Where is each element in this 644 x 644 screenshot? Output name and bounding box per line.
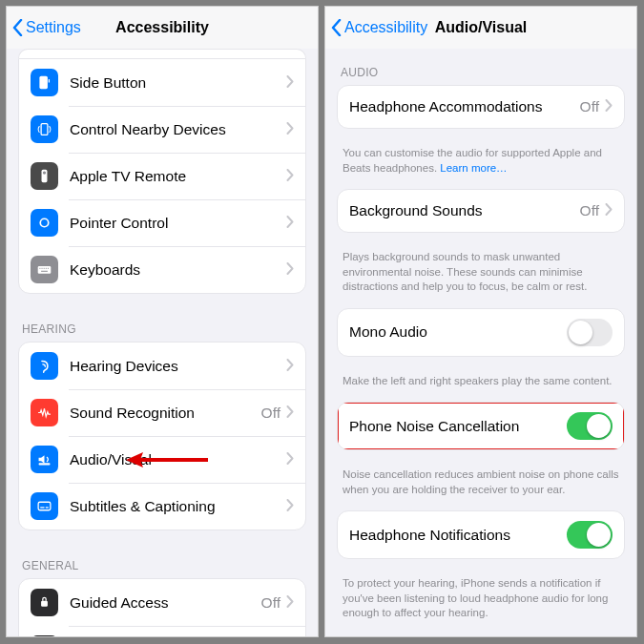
svg-rect-0 <box>39 76 48 90</box>
headphone-notifications-note: To protect your hearing, iPhone sends a … <box>325 571 636 634</box>
headphone-accom-note: You can customise the audio for supporte… <box>325 140 636 189</box>
chevron-left-icon <box>12 19 23 36</box>
row-value: Off <box>261 405 280 422</box>
svg-point-4 <box>43 171 46 174</box>
audio-header: AUDIO <box>325 49 636 85</box>
headphone-accommodations-row[interactable]: Headphone Accommodations Off <box>338 86 624 128</box>
svg-rect-7 <box>39 268 40 269</box>
back-button[interactable]: Accessibility <box>331 19 427 36</box>
control-nearby-row[interactable]: Control Nearby Devices <box>19 106 305 153</box>
audio-visual-screen: Accessibility Audio/Visual AUDIO Headpho… <box>324 6 637 637</box>
general-header: GENERAL <box>7 542 318 578</box>
side-button-row[interactable]: Side Button <box>19 59 305 106</box>
mono-audio-group: Mono Audio <box>337 308 625 357</box>
chevron-right-icon <box>605 202 613 219</box>
general-group: Guided Access Off Siri Accessibility Sho… <box>18 578 306 636</box>
navbar: Settings Accessibility <box>7 7 318 49</box>
page-title: Audio/Visual <box>435 19 528 36</box>
phone-noise-cancellation-row: Phone Noise Cancellation <box>338 403 624 449</box>
chevron-right-icon <box>286 594 294 612</box>
pointer-control-icon <box>31 209 58 237</box>
chevron-right-icon <box>286 168 294 185</box>
row-label: Audio/Visual <box>70 451 286 468</box>
audio-visual-row[interactable]: Audio/Visual <box>19 436 305 483</box>
subtitles-captioning-row[interactable]: Subtitles & Captioning <box>19 483 305 530</box>
row-label: Keyboards <box>70 261 286 279</box>
mono-audio-row: Mono Audio <box>338 309 624 356</box>
siri-icon <box>31 635 58 636</box>
prev-group-peek <box>18 49 306 58</box>
row-label: Headphone Accommodations <box>349 98 580 115</box>
svg-rect-14 <box>38 502 51 510</box>
hearing-devices-icon <box>31 352 58 380</box>
sound-recognition-row[interactable]: Sound Recognition Off <box>19 389 305 436</box>
chevron-left-icon <box>331 19 342 36</box>
row-value: Off <box>261 594 280 612</box>
accessibility-screen: Settings Accessibility Side Button Contr… <box>6 6 319 637</box>
page-title: Accessibility <box>115 19 209 36</box>
apple-tv-remote-row[interactable]: Apple TV Remote <box>19 153 305 199</box>
chevron-right-icon <box>286 121 294 138</box>
row-label: Background Sounds <box>349 202 580 219</box>
row-label: Control Nearby Devices <box>70 121 286 138</box>
headphone-accom-group: Headphone Accommodations Off <box>337 85 625 129</box>
hearing-devices-row[interactable]: Hearing Devices <box>19 343 305 389</box>
svg-rect-17 <box>41 601 48 607</box>
phone-noise-cancellation-note: Noise cancellation reduces ambient noise… <box>325 462 636 510</box>
touch-group: Side Button Control Nearby Devices Apple… <box>18 58 306 294</box>
row-label: Pointer Control <box>70 215 286 232</box>
svg-rect-15 <box>40 507 44 508</box>
headphone-notifications-toggle[interactable] <box>567 521 613 549</box>
chevron-right-icon <box>605 98 613 115</box>
row-label: Hearing Devices <box>70 358 286 375</box>
chevron-right-icon <box>286 405 294 422</box>
row-value: Off <box>580 202 599 219</box>
control-nearby-icon <box>31 115 58 143</box>
row-label: Mono Audio <box>349 323 567 341</box>
chevron-right-icon <box>286 215 294 232</box>
balance-header: BALANCE <box>325 634 636 636</box>
guided-access-icon <box>31 589 58 616</box>
svg-point-5 <box>40 218 49 227</box>
background-sounds-group: Background Sounds Off <box>337 189 625 233</box>
row-label: Apple TV Remote <box>70 168 286 185</box>
chevron-right-icon <box>286 74 294 92</box>
mono-audio-note: Make the left and right speakers play th… <box>325 368 636 403</box>
svg-rect-6 <box>38 266 52 274</box>
subtitles-icon <box>31 492 58 520</box>
mono-audio-toggle[interactable] <box>567 319 613 346</box>
row-label: Guided Access <box>70 594 261 612</box>
headphone-notifications-row: Headphone Notifications <box>338 511 624 558</box>
siri-row[interactable]: Siri <box>19 626 305 636</box>
keyboards-icon <box>31 256 58 283</box>
row-label: Side Button <box>70 74 286 92</box>
phone-noise-cancellation-toggle[interactable] <box>567 412 613 440</box>
pointer-control-row[interactable]: Pointer Control <box>19 199 305 246</box>
learn-more-link[interactable]: Learn more… <box>440 162 507 174</box>
navbar: Accessibility Audio/Visual <box>325 7 636 49</box>
row-label: Sound Recognition <box>70 405 261 422</box>
back-label: Accessibility <box>344 19 427 36</box>
svg-rect-1 <box>49 79 50 82</box>
chevron-right-icon <box>286 261 294 279</box>
background-sounds-note: Plays background sounds to mask unwanted… <box>325 244 636 308</box>
svg-rect-16 <box>46 507 49 508</box>
guided-access-row[interactable]: Guided Access Off <box>19 579 305 626</box>
background-sounds-row[interactable]: Background Sounds Off <box>338 190 624 232</box>
hearing-header: HEARING <box>7 305 318 342</box>
back-button[interactable]: Settings <box>12 19 81 36</box>
svg-rect-11 <box>48 268 49 269</box>
keyboards-row[interactable]: Keyboards <box>19 246 305 293</box>
chevron-right-icon <box>286 358 294 375</box>
svg-rect-13 <box>39 463 51 465</box>
chevron-right-icon <box>286 451 294 468</box>
row-label: Phone Noise Cancellation <box>349 418 567 435</box>
svg-rect-10 <box>46 268 47 269</box>
apple-tv-remote-icon <box>31 162 58 190</box>
sound-recognition-icon <box>31 399 58 426</box>
svg-rect-8 <box>42 268 43 269</box>
chevron-right-icon <box>286 498 294 515</box>
row-value: Off <box>580 98 599 115</box>
row-label: Subtitles & Captioning <box>70 498 286 515</box>
row-label: Headphone Notifications <box>349 527 567 544</box>
